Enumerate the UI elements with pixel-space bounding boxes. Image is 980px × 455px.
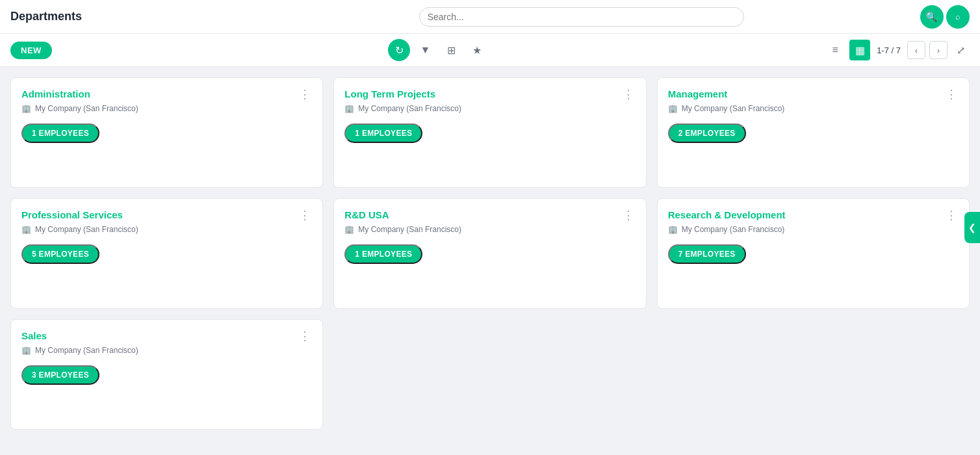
- refresh-icon: ↻: [395, 44, 404, 57]
- employees-badge[interactable]: 1 EMPLOYEES: [344, 124, 422, 143]
- page-title: Departments: [10, 10, 82, 23]
- dept-name[interactable]: Professional Services: [21, 209, 123, 220]
- next-page-button[interactable]: ›: [929, 41, 948, 59]
- filter-button[interactable]: ▼: [414, 39, 436, 61]
- search-container: [419, 7, 744, 27]
- group-button[interactable]: ⊞: [440, 39, 462, 61]
- toolbar-right: ≡ ▦ 1-7 / 7 ‹ › ⤢: [825, 40, 970, 60]
- toolbar-center: ↻ ▼ ⊞ ★: [57, 39, 819, 61]
- employees-badge[interactable]: 3 EMPLOYEES: [21, 365, 99, 385]
- dept-name[interactable]: Long Term Projects: [344, 88, 435, 99]
- company-name: My Company (San Francisco): [35, 346, 138, 355]
- list-view-button[interactable]: ≡: [825, 40, 845, 60]
- company-icon: 🏢: [21, 225, 31, 234]
- card-menu-button[interactable]: ⋮: [944, 88, 959, 100]
- search-icon: 🔍: [925, 11, 938, 23]
- topbar: Departments 🔍 ⌕: [0, 0, 980, 34]
- dept-card-admin: Administration ⋮ 🏢 My Company (San Franc…: [10, 77, 323, 188]
- company-icon: 🏢: [344, 104, 354, 113]
- card-header: Sales ⋮: [21, 330, 312, 342]
- search-icon-button[interactable]: 🔍: [920, 5, 944, 29]
- side-toggle-button[interactable]: ❮: [964, 212, 980, 243]
- card-company: 🏢 My Company (San Francisco): [668, 104, 959, 113]
- chevron-left-icon: ❮: [968, 222, 976, 233]
- prev-page-button[interactable]: ‹: [907, 41, 925, 59]
- card-menu-button[interactable]: ⋮: [298, 88, 312, 100]
- card-menu-button[interactable]: ⋮: [944, 209, 959, 221]
- card-company: 🏢 My Company (San Francisco): [668, 225, 959, 234]
- company-icon: 🏢: [21, 104, 31, 113]
- employees-badge[interactable]: 1 EMPLOYEES: [344, 244, 422, 264]
- dept-name[interactable]: R&D USA: [344, 209, 389, 220]
- company-name: My Company (San Francisco): [682, 225, 785, 234]
- company-icon: 🏢: [668, 225, 678, 234]
- employees-badge[interactable]: 1 EMPLOYEES: [21, 124, 99, 143]
- toolbar: NEW ↻ ▼ ⊞ ★ ≡ ▦ 1-7 / 7 ‹ › ⤢: [0, 34, 980, 67]
- dept-card-long-term: Long Term Projects ⋮ 🏢 My Company (San F…: [333, 77, 646, 188]
- expand-button[interactable]: ⤢: [951, 41, 970, 59]
- employees-badge[interactable]: 5 EMPLOYEES: [21, 244, 99, 264]
- company-name: My Company (San Francisco): [682, 104, 785, 113]
- company-icon: 🏢: [344, 225, 354, 234]
- card-header: R&D USA ⋮: [344, 209, 635, 221]
- company-icon: 🏢: [21, 346, 31, 355]
- dept-name[interactable]: Management: [668, 88, 728, 99]
- kanban-view-button[interactable]: ▦: [849, 40, 870, 60]
- card-menu-button[interactable]: ⋮: [621, 88, 636, 100]
- card-company: 🏢 My Company (San Francisco): [21, 346, 312, 355]
- favorite-button[interactable]: ★: [466, 39, 488, 61]
- company-name: My Company (San Francisco): [35, 225, 138, 234]
- card-header: Administration ⋮: [21, 88, 312, 100]
- dept-card-management: Management ⋮ 🏢 My Company (San Francisco…: [657, 77, 970, 188]
- card-company: 🏢 My Company (San Francisco): [21, 225, 312, 234]
- search-input[interactable]: [419, 7, 744, 27]
- kanban-view-icon: ▦: [855, 44, 865, 57]
- card-menu-button[interactable]: ⋮: [298, 330, 312, 342]
- filter-icon: ▼: [420, 44, 431, 56]
- dept-card-rnd: Research & Development ⋮ 🏢 My Company (S…: [657, 198, 970, 309]
- prev-icon: ‹: [915, 46, 918, 55]
- dept-card-sales: Sales ⋮ 🏢 My Company (San Francisco) 3 E…: [10, 319, 323, 430]
- refresh-button[interactable]: ↻: [388, 39, 410, 61]
- dept-card-rnd-usa: R&D USA ⋮ 🏢 My Company (San Francisco) 1…: [333, 198, 646, 309]
- expand-icon: ⤢: [957, 44, 965, 57]
- dept-card-professional: Professional Services ⋮ 🏢 My Company (Sa…: [10, 198, 323, 309]
- dept-name[interactable]: Administration: [21, 88, 90, 99]
- employees-badge[interactable]: 2 EMPLOYEES: [668, 124, 746, 143]
- card-company: 🏢 My Company (San Francisco): [344, 225, 635, 234]
- card-company: 🏢 My Company (San Francisco): [21, 104, 312, 113]
- magnifier-icon: ⌕: [955, 12, 961, 21]
- dept-name[interactable]: Research & Development: [668, 209, 786, 220]
- card-menu-button[interactable]: ⋮: [621, 209, 636, 221]
- card-header: Long Term Projects ⋮: [344, 88, 635, 100]
- next-icon: ›: [937, 46, 940, 55]
- card-header: Professional Services ⋮: [21, 209, 312, 221]
- employees-badge[interactable]: 7 EMPLOYEES: [668, 244, 746, 264]
- main-content: Administration ⋮ 🏢 My Company (San Franc…: [0, 67, 980, 440]
- star-icon: ★: [472, 44, 482, 57]
- company-name: My Company (San Francisco): [358, 104, 461, 113]
- pagination-text: 1-7 / 7: [877, 46, 901, 55]
- card-company: 🏢 My Company (San Francisco): [344, 104, 635, 113]
- topbar-extra-icon[interactable]: ⌕: [946, 5, 970, 29]
- dept-name[interactable]: Sales: [21, 330, 47, 341]
- new-button[interactable]: NEW: [10, 42, 52, 59]
- card-header: Management ⋮: [668, 88, 959, 100]
- list-view-icon: ≡: [832, 44, 838, 56]
- departments-grid: Administration ⋮ 🏢 My Company (San Franc…: [10, 77, 970, 430]
- card-menu-button[interactable]: ⋮: [298, 209, 312, 221]
- card-header: Research & Development ⋮: [668, 209, 959, 221]
- group-icon: ⊞: [447, 44, 456, 57]
- company-name: My Company (San Francisco): [35, 104, 138, 113]
- company-name: My Company (San Francisco): [358, 225, 461, 234]
- company-icon: 🏢: [668, 104, 678, 113]
